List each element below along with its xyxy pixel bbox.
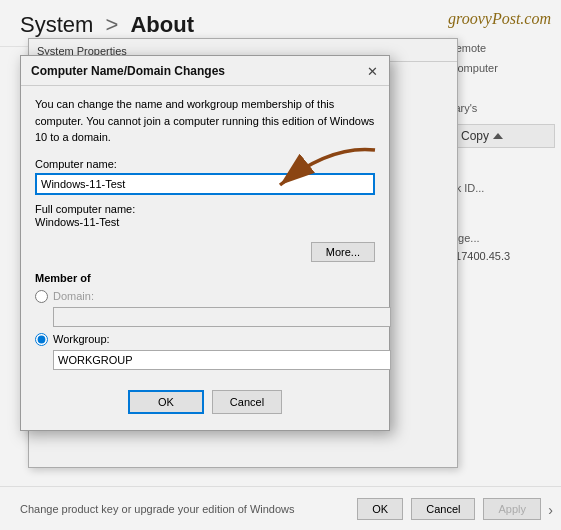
dialog-close-button[interactable]: ✕	[363, 62, 381, 80]
dialog-title: Computer Name/Domain Changes	[31, 64, 225, 78]
breadcrumb-about: About	[130, 12, 194, 37]
dialog-cancel-button[interactable]: Cancel	[212, 390, 282, 414]
right-rk-id: rk ID...	[446, 178, 561, 198]
workgroup-input[interactable]	[53, 350, 391, 370]
dialog-info-text: You can change the name and workgroup me…	[35, 96, 375, 146]
watermark: groovyPost.com	[448, 10, 551, 28]
computer-name-dialog: Computer Name/Domain Changes ✕ You can c…	[20, 55, 390, 431]
bottom-apply-button[interactable]: Apply	[483, 498, 541, 520]
member-of-label: Member of	[35, 272, 375, 284]
member-of-section: Member of Domain: Workgroup:	[35, 272, 375, 376]
right-version: .17400.45.3	[446, 248, 561, 264]
more-button[interactable]: More...	[311, 242, 375, 262]
dialog-ok-button[interactable]: OK	[128, 390, 204, 414]
domain-input	[53, 307, 391, 327]
dialog-body: You can change the name and workgroup me…	[21, 86, 389, 430]
copy-button-area[interactable]: Copy	[452, 124, 555, 148]
right-larys: lary's	[446, 98, 561, 118]
dialog-titlebar: Computer Name/Domain Changes ✕	[21, 56, 389, 86]
computer-name-input[interactable]	[35, 173, 375, 195]
chevron-right-icon: ›	[548, 502, 553, 518]
full-name-value: Windows-11-Test	[35, 216, 375, 228]
domain-radio-label: Domain:	[53, 290, 94, 302]
full-name-label: Full computer name:	[35, 203, 375, 215]
workgroup-radio-row: Workgroup:	[35, 333, 375, 346]
right-panel: remote computer lary's Copy rk ID... nge…	[446, 38, 561, 264]
workgroup-radio-label: Workgroup:	[53, 333, 110, 345]
breadcrumb-separator: >	[105, 12, 118, 37]
right-nge: nge...	[446, 228, 561, 248]
right-remote: remote	[446, 38, 561, 58]
bottom-cancel-button[interactable]: Cancel	[411, 498, 475, 520]
chevron-up-icon	[493, 133, 503, 139]
bottom-link-text[interactable]: Change product key or upgrade your editi…	[20, 503, 349, 515]
full-name-section: Full computer name: Windows-11-Test	[35, 203, 375, 228]
dialog-buttons: OK Cancel	[35, 390, 375, 418]
computer-name-label: Computer name:	[35, 158, 375, 170]
bottom-bar: Change product key or upgrade your editi…	[0, 486, 561, 530]
right-computer: computer	[446, 58, 561, 78]
copy-button-label: Copy	[461, 129, 489, 143]
domain-radio[interactable]	[35, 290, 48, 303]
more-button-row: More...	[35, 242, 375, 262]
domain-radio-row: Domain:	[35, 290, 375, 303]
breadcrumb-system: System	[20, 12, 93, 37]
workgroup-radio[interactable]	[35, 333, 48, 346]
bottom-ok-button[interactable]: OK	[357, 498, 403, 520]
about-page: System > About groovyPost.com remote com…	[0, 0, 561, 530]
